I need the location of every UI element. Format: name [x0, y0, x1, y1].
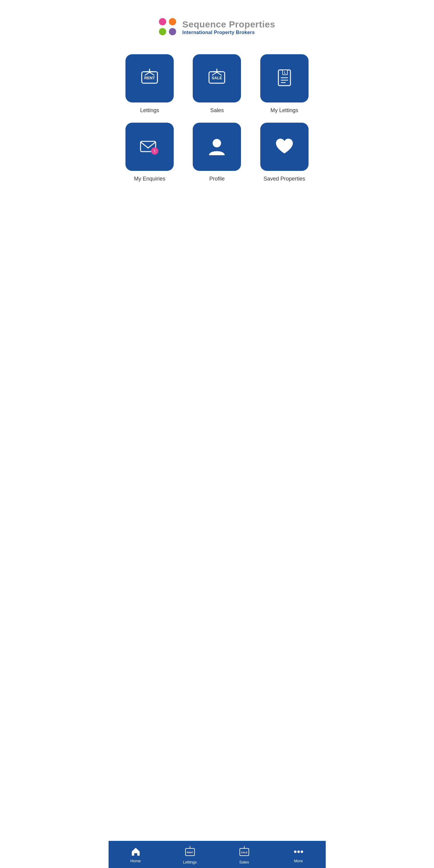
menu-grid: RENT Lettings SALE Sales: [109, 48, 326, 188]
heart-icon: [272, 135, 296, 159]
mail-alert-icon: !: [138, 135, 162, 159]
svg-text:SALE: SALE: [241, 851, 248, 854]
home-nav-icon: [131, 846, 141, 857]
dot-green: [159, 28, 166, 35]
nav-lettings-sign: RENT: [184, 845, 196, 858]
nav-item-more[interactable]: More: [271, 843, 326, 863]
nav-home-label: Home: [130, 859, 141, 863]
person-icon: [205, 135, 229, 159]
nav-rent-sign-icon: RENT: [184, 845, 196, 858]
svg-point-28: [301, 850, 303, 853]
svg-text:RENT: RENT: [187, 851, 193, 854]
app-subtitle: International Property Brokers: [182, 30, 276, 35]
svg-text:L: L: [284, 71, 286, 74]
logo-container: Sequence Properties International Proper…: [159, 18, 276, 36]
document-icon: L: [272, 66, 296, 90]
svg-text:SALE: SALE: [212, 76, 222, 80]
svg-point-26: [294, 850, 296, 853]
my-enquiries-label: My Enquiries: [134, 176, 165, 182]
menu-item-sales[interactable]: SALE Sales: [188, 54, 246, 114]
menu-item-my-enquiries[interactable]: ! My Enquiries: [121, 123, 179, 182]
menu-item-profile[interactable]: Profile: [188, 123, 246, 182]
dot-orange: [169, 18, 176, 25]
bottom-nav: Home RENT Lettings SALE Sales: [109, 841, 326, 868]
more-dots-icon: [293, 846, 304, 857]
nav-more-label: More: [294, 859, 303, 863]
profile-label: Profile: [209, 176, 225, 182]
dot-purple: [169, 28, 176, 35]
svg-point-17: [213, 139, 221, 147]
my-lettings-icon-box: L: [260, 54, 309, 102]
menu-item-my-lettings[interactable]: L My Lettings: [255, 54, 313, 114]
svg-text:!: !: [154, 149, 155, 153]
nav-item-sales[interactable]: SALE Sales: [217, 842, 271, 864]
svg-point-27: [297, 850, 300, 853]
svg-text:RENT: RENT: [144, 76, 155, 80]
logo-text: Sequence Properties International Proper…: [182, 19, 276, 35]
sale-sign-icon: SALE: [205, 66, 229, 90]
saved-properties-label: Saved Properties: [264, 176, 305, 182]
dot-pink: [159, 18, 166, 25]
saved-properties-icon-box: [260, 123, 309, 171]
nav-sales-sign: SALE: [238, 845, 251, 858]
nav-item-home[interactable]: Home: [109, 843, 163, 863]
nav-sale-sign-icon: SALE: [238, 845, 251, 858]
profile-icon-box: [193, 123, 241, 171]
my-enquiries-icon-box: !: [125, 123, 174, 171]
sales-label: Sales: [210, 107, 224, 114]
nav-item-lettings[interactable]: RENT Lettings: [163, 842, 217, 864]
menu-item-lettings[interactable]: RENT Lettings: [121, 54, 179, 114]
sales-icon-box: SALE: [193, 54, 241, 102]
logo-section: Sequence Properties International Proper…: [109, 0, 326, 48]
nav-sales-label: Sales: [239, 860, 249, 864]
lettings-icon-box: RENT: [125, 54, 174, 102]
app-title: Sequence Properties: [182, 19, 276, 29]
nav-lettings-label: Lettings: [183, 860, 197, 864]
logo-dots: [159, 18, 177, 36]
my-lettings-label: My Lettings: [270, 107, 298, 114]
menu-item-saved-properties[interactable]: Saved Properties: [255, 123, 313, 182]
lettings-label: Lettings: [140, 107, 159, 114]
rent-sign-icon: RENT: [138, 66, 162, 90]
